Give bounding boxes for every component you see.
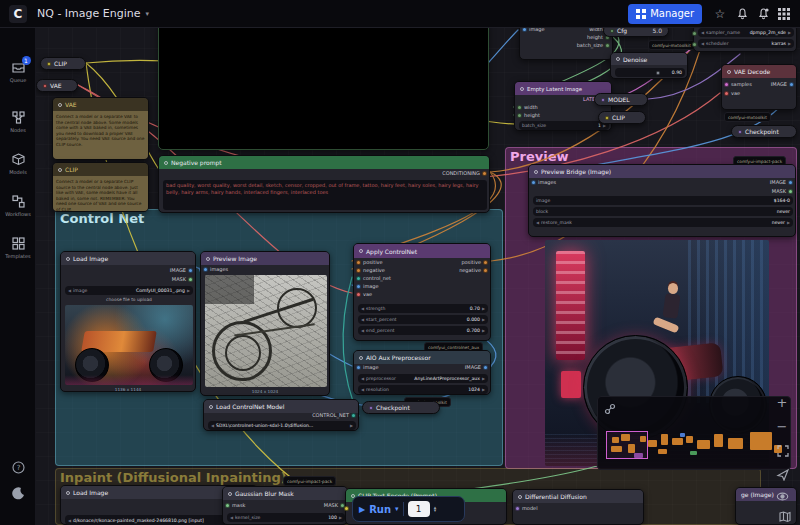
negative-out-port[interactable] — [483, 268, 488, 273]
node-vae-decode[interactable]: VAE Decode samples vae IMAGE — [721, 64, 797, 110]
clip-port[interactable] — [605, 116, 609, 120]
conditioning-port[interactable] — [482, 171, 487, 176]
sidebar-item-queue[interactable]: 1 Queue — [0, 60, 36, 83]
height-port[interactable] — [517, 113, 522, 118]
run-button[interactable]: Run — [369, 504, 391, 515]
workflow-dropdown-chevron[interactable]: ▾ — [146, 10, 150, 18]
toggle-visibility-eye-icon[interactable] — [772, 486, 792, 506]
node-load-controlnet-model[interactable]: Load ControlNet Model CONTROL_NET ◀SDXL\… — [203, 399, 359, 431]
node-title[interactable]: Negative prompt — [159, 156, 489, 169]
node-title[interactable]: Preview Image — [201, 252, 329, 265]
cfg-value[interactable]: 5.0 — [652, 27, 662, 34]
image-port[interactable] — [356, 284, 361, 289]
controlnet-model-combo[interactable]: ◀SDXL\controlnet-union-sdxl-1.0\diffusio… — [208, 421, 356, 430]
node-differential-diffusion[interactable]: Differential Diffusion model — [512, 489, 644, 525]
image-combo[interactable]: ◀image ComfyUI_00031_.png▶ — [65, 286, 193, 295]
collapse-icon[interactable] — [164, 161, 168, 165]
negative-port[interactable] — [356, 268, 361, 273]
collapse-icon[interactable] — [228, 492, 232, 496]
minimap[interactable] — [597, 396, 791, 470]
app-logo[interactable]: C — [9, 5, 27, 23]
node-vae-collapsed[interactable]: VAE — [36, 79, 78, 92]
model-port[interactable] — [515, 506, 520, 511]
node-preview-bridge[interactable]: Preview Bridge (Image) images IMAGE MASK… — [528, 164, 796, 237]
sidebar-item-models[interactable]: Models — [0, 152, 36, 175]
node-model-collapsed[interactable]: MODEL — [594, 93, 648, 106]
node-title[interactable]: Load Image — [61, 252, 195, 265]
sidebar-item-templates[interactable]: Templates — [0, 236, 36, 259]
fit-view-button[interactable] — [772, 440, 792, 460]
node-clip-collapsed-2[interactable]: CLIP — [598, 111, 646, 124]
slider-knob[interactable] — [656, 71, 660, 75]
collapse-icon[interactable] — [616, 57, 620, 61]
model-port[interactable] — [601, 98, 605, 102]
model-port[interactable] — [738, 130, 742, 134]
image-port[interactable] — [356, 365, 361, 370]
collapse-icon[interactable] — [534, 170, 538, 174]
control-net-out-port[interactable] — [351, 413, 356, 418]
node-clip-collapsed[interactable]: CLIP — [40, 57, 86, 70]
node-aio-preprocessor[interactable]: AIO Aux Preprocessor image IMAGE ◀prepro… — [353, 350, 491, 395]
node-negative-prompt[interactable]: Negative prompt CONDITIONING bad quality… — [158, 155, 490, 213]
input-port[interactable] — [692, 42, 697, 47]
collapse-icon[interactable] — [209, 405, 213, 409]
clip-port[interactable] — [47, 62, 51, 66]
node-sampler-settings[interactable]: ◀sampler_name dpmpp_2m_sde▶ ◀scheduler k… — [693, 24, 797, 52]
vae-port[interactable] — [724, 91, 729, 96]
node-load-image[interactable]: Load Image IMAGE MASK ◀image ComfyUI_000… — [60, 251, 196, 392]
node-vae-note[interactable]: VAE Connect a model or a separate VAE to… — [52, 97, 149, 160]
denoise-slider[interactable]: 0.90 — [615, 68, 685, 77]
block-widget[interactable]: block never — [533, 207, 793, 216]
node-apply-controlnet[interactable]: Apply ControlNet positive negative contr… — [353, 243, 491, 341]
collapse-icon[interactable] — [359, 356, 363, 360]
zoom-in-button[interactable]: + — [772, 392, 792, 412]
collapse-icon[interactable] — [359, 249, 363, 253]
collapse-icon[interactable] — [206, 257, 210, 261]
batch-size-widget[interactable]: batch_size 1▶ — [519, 121, 609, 130]
node-gaussian-blur-mask[interactable]: Gaussian Blur Mask mask MASK ◀kernel_siz… — [222, 486, 348, 525]
strength-widget[interactable]: ◀strength 0.70▶ — [358, 304, 488, 313]
collapse-icon[interactable] — [727, 70, 731, 74]
prompt-text[interactable]: bad quality, worst quality, worst detail… — [163, 180, 487, 210]
collapse-icon[interactable] — [58, 168, 62, 172]
pan-mode-button[interactable] — [772, 464, 792, 484]
node-clip-note[interactable]: CLIP Connect a model or a separate CLIP … — [52, 162, 149, 212]
manager-button[interactable]: Manager — [628, 4, 702, 24]
node-title[interactable]: Gaussian Blur Mask — [223, 487, 347, 500]
alerts-bell-icon[interactable] — [757, 7, 770, 20]
sidebar-item-help[interactable]: ? — [0, 460, 36, 475]
sidebar-item-nodes[interactable]: Nodes — [0, 110, 36, 133]
image-port[interactable] — [188, 268, 193, 273]
count-decrement-arrow[interactable]: ▾ — [434, 509, 437, 512]
images-port[interactable] — [531, 180, 536, 185]
mask-port[interactable] — [225, 503, 230, 508]
run-dropdown-chevron[interactable]: ▾ — [395, 505, 399, 513]
node-title[interactable]: Preview Bridge (Image) — [529, 165, 795, 178]
node-empty-latent[interactable]: Empty Latent Image LATENT width height b… — [514, 81, 612, 131]
preview-image-thumbnail[interactable] — [205, 275, 327, 387]
run-bar[interactable]: ▶ Run ▾ 1 ▴ ▾ — [352, 496, 465, 522]
notifications-bell-icon[interactable] — [736, 7, 749, 20]
upload-button[interactable]: choose file to upload — [65, 297, 193, 302]
collapse-icon[interactable] — [520, 87, 524, 91]
positive-port[interactable] — [356, 260, 361, 265]
mask-out-port[interactable] — [788, 189, 793, 194]
width-port[interactable] — [517, 105, 522, 110]
sampler-name-widget[interactable]: ◀sampler_name dpmpp_2m_sde▶ — [698, 28, 794, 37]
canvas[interactable]: Control Net Preview Inpaint (Diffusional… — [0, 0, 800, 525]
node-title[interactable]: Differential Diffusion — [513, 490, 643, 503]
image-out-port[interactable] — [483, 365, 488, 370]
workflow-title[interactable]: NQ - Image Engine — [37, 7, 141, 20]
node-title[interactable]: VAE — [53, 98, 148, 111]
loaded-image-thumbnail[interactable] — [65, 305, 193, 385]
clip-port[interactable] — [344, 506, 349, 511]
collapse-icon[interactable] — [518, 495, 522, 499]
input-port[interactable] — [692, 31, 697, 36]
node-checkpoint-right[interactable]: Checkpoint — [731, 125, 797, 138]
positive-out-port[interactable] — [483, 260, 488, 265]
minimap-options-icon[interactable] — [602, 401, 617, 416]
batch-size-port[interactable] — [605, 43, 610, 48]
image-widget[interactable]: image $164-0 — [533, 196, 793, 205]
cfg-port[interactable] — [610, 29, 614, 33]
scheduler-widget[interactable]: ◀scheduler karras▶ — [698, 39, 794, 48]
